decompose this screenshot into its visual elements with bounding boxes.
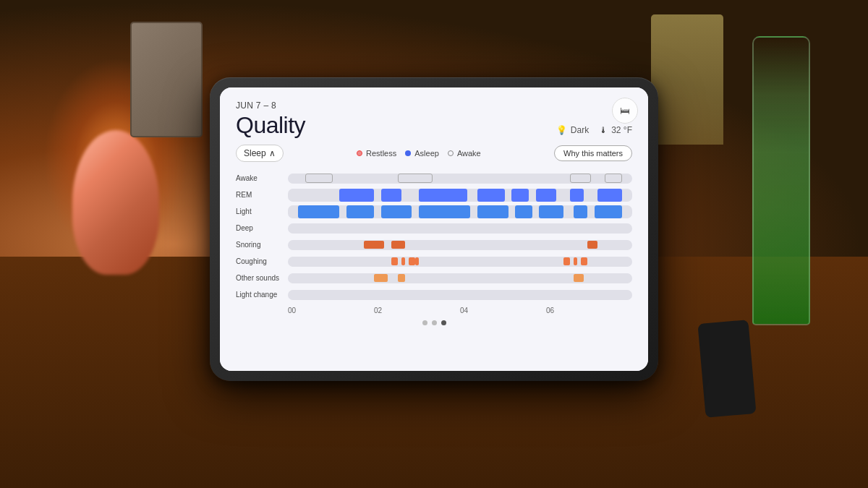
cough-mark-7: [581, 257, 588, 265]
light-icon: 💡: [556, 125, 567, 135]
time-02: 02: [374, 307, 460, 314]
other-mark-1: [374, 274, 388, 282]
snore-mark-1: [364, 241, 385, 249]
light-change-label: Light change: [236, 291, 288, 299]
light-bar-2: [346, 205, 374, 218]
dropdown-label: Sleep: [244, 148, 266, 158]
legend: Restless Asleep Awake: [291, 149, 547, 158]
light-bar-4: [419, 205, 470, 218]
snore-mark-3: [587, 241, 597, 249]
light-track: [288, 205, 632, 218]
phone-on-table: [697, 320, 756, 418]
coughing-label: Coughing: [236, 257, 288, 265]
awake-bar-2: [398, 174, 433, 183]
rem-row: REM: [236, 187, 632, 203]
rem-bar-3: [419, 189, 467, 202]
cough-mark-1: [391, 257, 399, 265]
snoring-label: Snoring: [236, 241, 288, 249]
rem-bar-4: [477, 189, 505, 202]
cough-mark-3: [409, 257, 416, 265]
page-dot-3[interactable]: [441, 320, 446, 325]
conditions-row: 💡 Dark 🌡 32 °F: [556, 125, 632, 135]
rem-bar-7: [570, 189, 584, 202]
page-dot-2[interactable]: [432, 320, 437, 325]
cough-mark-4: [415, 257, 419, 265]
chevron-up-icon: ∧: [269, 148, 276, 158]
why-this-matters-button[interactable]: Why this matters: [554, 145, 632, 161]
pagination: [236, 320, 632, 325]
date-range: JUN 7 – 8: [236, 100, 632, 111]
scene: JUN 7 – 8 Quality 💡 Dark 🌡 32 °F: [0, 0, 868, 488]
awake-bar-4: [605, 174, 622, 183]
awake-label: Awake: [457, 149, 481, 158]
light-condition: 💡 Dark: [556, 125, 589, 135]
other-sounds-track: [288, 273, 632, 283]
echo-show-device: JUN 7 – 8 Quality 💡 Dark 🌡 32 °F: [210, 77, 658, 381]
temp-value: 32 °F: [611, 125, 632, 135]
awake-track: [288, 174, 632, 184]
restless-label: Restless: [366, 149, 396, 158]
legend-asleep: Asleep: [405, 149, 439, 158]
bed-icon-button[interactable]: 🛏: [612, 98, 638, 124]
snore-mark-2: [391, 241, 405, 249]
temp-icon: 🌡: [599, 125, 608, 135]
snoring-track: [288, 240, 632, 250]
bed-icon: 🛏: [620, 105, 630, 116]
rem-bar-5: [511, 189, 529, 202]
restless-dot: [357, 150, 362, 156]
snoring-row: Snoring: [236, 237, 632, 253]
light-bar-6: [515, 205, 532, 218]
light-value: Dark: [571, 125, 589, 135]
sleep-dropdown[interactable]: Sleep ∧: [236, 145, 284, 162]
device-screen: JUN 7 – 8 Quality 💡 Dark 🌡 32 °F: [220, 87, 648, 371]
rem-bar-8: [597, 189, 621, 202]
rem-bar-2: [381, 189, 402, 202]
cough-mark-2: [401, 257, 405, 265]
page-dot-1[interactable]: [422, 320, 427, 325]
other-sounds-row: Other sounds: [236, 270, 632, 286]
awake-bar-3: [570, 174, 591, 183]
screen-content: JUN 7 – 8 Quality 💡 Dark 🌡 32 °F: [220, 87, 648, 371]
light-bar-1: [298, 205, 339, 218]
water-bottle: [752, 36, 810, 325]
asleep-dot: [405, 150, 411, 156]
asleep-label: Asleep: [414, 149, 439, 158]
legend-restless: Restless: [357, 149, 396, 158]
device-bezel: JUN 7 – 8 Quality 💡 Dark 🌡 32 °F: [210, 77, 658, 381]
light-bar-8: [574, 205, 587, 218]
light-bar-9: [595, 205, 622, 218]
coughing-track: [288, 257, 632, 267]
other-mark-2: [398, 274, 405, 282]
sleep-chart: Awake REM: [236, 171, 632, 304]
lamp-shade: [651, 14, 723, 145]
light-label: Light: [236, 207, 288, 215]
rem-track: [288, 189, 632, 202]
other-mark-3: [574, 274, 584, 282]
rem-label: REM: [236, 191, 288, 199]
legend-awake: Awake: [448, 149, 481, 158]
deep-track: [288, 223, 632, 234]
coughing-row: Coughing: [236, 254, 632, 270]
cough-mark-5: [563, 257, 571, 265]
light-change-row: Light change: [236, 287, 632, 303]
deep-row: Deep: [236, 221, 632, 236]
other-sounds-label: Other sounds: [236, 274, 288, 282]
bag-item: [130, 22, 203, 137]
awake-dot: [448, 150, 454, 156]
temp-condition: 🌡 32 °F: [599, 125, 632, 135]
deep-label: Deep: [236, 224, 288, 232]
awake-row: Awake: [236, 171, 632, 187]
light-bar-3: [381, 205, 412, 218]
cough-mark-6: [574, 257, 577, 265]
awake-label: Awake: [236, 174, 288, 182]
controls-row: Sleep ∧ Restless Asleep: [236, 145, 632, 162]
awake-bar-1: [305, 174, 333, 183]
rem-bar-1: [339, 189, 374, 202]
light-row: Light: [236, 204, 632, 220]
light-change-track: [288, 290, 632, 300]
rem-bar-6: [536, 189, 557, 202]
time-06: 06: [546, 307, 632, 314]
time-00: 00: [288, 307, 374, 314]
time-axis: 00 02 04 06: [236, 307, 632, 314]
time-04: 04: [460, 307, 546, 314]
